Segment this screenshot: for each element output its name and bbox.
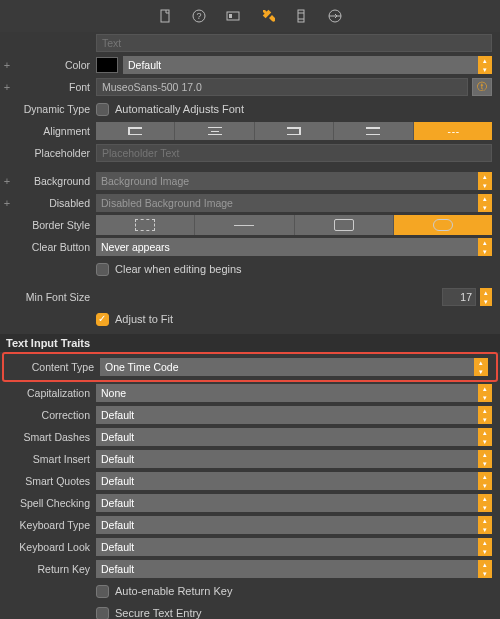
min-font-size-label: Min Font Size [14, 291, 96, 303]
help-icon[interactable]: ? [191, 8, 207, 24]
min-font-size-input[interactable] [442, 288, 476, 306]
svg-rect-6 [298, 10, 304, 22]
add-font-button[interactable]: + [0, 81, 14, 93]
content-type-highlight: Content Type One Time Code [2, 352, 498, 382]
smart-quotes-popup[interactable]: Default [96, 472, 492, 490]
smart-dashes-popup[interactable]: Default [96, 428, 492, 446]
inspector-body: + Color Default + Font MuseoSans-500 17.… [0, 32, 500, 619]
dynamic-type-label: Dynamic Type [14, 103, 96, 115]
add-disabled-button[interactable]: + [0, 197, 14, 209]
spell-checking-popup[interactable]: Default [96, 494, 492, 512]
content-type-popup[interactable]: One Time Code [100, 358, 488, 376]
clear-button-label: Clear Button [14, 241, 96, 253]
border-rounded-icon[interactable] [394, 215, 492, 235]
alignment-segmented[interactable]: - - - [96, 122, 492, 140]
file-icon[interactable] [157, 8, 173, 24]
inspector-tab-bar: ? [0, 0, 500, 32]
color-swatch[interactable] [96, 57, 118, 73]
return-key-label: Return Key [0, 563, 96, 575]
color-label: Color [14, 59, 96, 71]
keyboard-type-label: Keyboard Type [0, 519, 96, 531]
auto-enable-return-checkbox[interactable]: Auto-enable Return Key [96, 585, 232, 598]
add-color-button[interactable]: + [0, 59, 14, 71]
align-center-icon[interactable] [175, 122, 254, 140]
smart-quotes-label: Smart Quotes [0, 475, 96, 487]
capitalization-popup[interactable]: None [96, 384, 492, 402]
font-label: Font [14, 81, 96, 93]
color-popup[interactable]: Default [123, 56, 492, 74]
svg-rect-3 [227, 12, 239, 20]
capitalization-label: Capitalization [0, 387, 96, 399]
border-style-label: Border Style [14, 219, 96, 231]
spell-checking-label: Spell Checking [0, 497, 96, 509]
correction-label: Correction [0, 409, 96, 421]
smart-insert-label: Smart Insert [0, 453, 96, 465]
align-right-icon[interactable] [255, 122, 334, 140]
placeholder-label: Placeholder [14, 147, 96, 159]
placeholder-input[interactable] [96, 144, 492, 162]
keyboard-look-popup[interactable]: Default [96, 538, 492, 556]
content-type-label: Content Type [4, 361, 100, 373]
identity-icon[interactable] [225, 8, 241, 24]
disabled-popup[interactable]: Disabled Background Image [96, 194, 492, 212]
font-picker-button[interactable]: ⓣ [472, 78, 492, 96]
text-input-traits-header: Text Input Traits [0, 334, 500, 352]
text-input[interactable] [96, 34, 492, 52]
align-left-icon[interactable] [96, 122, 175, 140]
min-font-size-stepper[interactable] [480, 288, 492, 306]
clear-button-popup[interactable]: Never appears [96, 238, 492, 256]
align-justify-icon[interactable] [334, 122, 413, 140]
svg-rect-0 [161, 10, 169, 22]
alignment-label: Alignment [14, 125, 96, 137]
align-natural-icon[interactable]: - - - [414, 122, 492, 140]
border-bezel-icon[interactable] [295, 215, 394, 235]
secure-text-entry-checkbox[interactable]: Secure Text Entry [96, 607, 202, 620]
keyboard-look-label: Keyboard Look [0, 541, 96, 553]
background-popup[interactable]: Background Image [96, 172, 492, 190]
border-style-segmented[interactable] [96, 215, 492, 235]
disabled-label: Disabled [14, 197, 96, 209]
border-none-icon[interactable] [96, 215, 195, 235]
connections-icon[interactable] [327, 8, 343, 24]
add-background-button[interactable]: + [0, 175, 14, 187]
keyboard-type-popup[interactable]: Default [96, 516, 492, 534]
svg-rect-4 [229, 14, 232, 18]
attributes-icon[interactable] [259, 8, 275, 24]
clear-when-editing-checkbox[interactable]: Clear when editing begins [96, 263, 242, 276]
background-label: Background [14, 175, 96, 187]
smart-dashes-label: Smart Dashes [0, 431, 96, 443]
svg-text:?: ? [196, 11, 201, 21]
border-line-icon[interactable] [195, 215, 294, 235]
smart-insert-popup[interactable]: Default [96, 450, 492, 468]
adjust-to-fit-checkbox[interactable]: Adjust to Fit [96, 313, 173, 326]
auto-adjust-font-checkbox[interactable]: Automatically Adjusts Font [96, 103, 244, 116]
correction-popup[interactable]: Default [96, 406, 492, 424]
size-icon[interactable] [293, 8, 309, 24]
font-value: MuseoSans-500 17.0 [96, 78, 468, 96]
return-key-popup[interactable]: Default [96, 560, 492, 578]
